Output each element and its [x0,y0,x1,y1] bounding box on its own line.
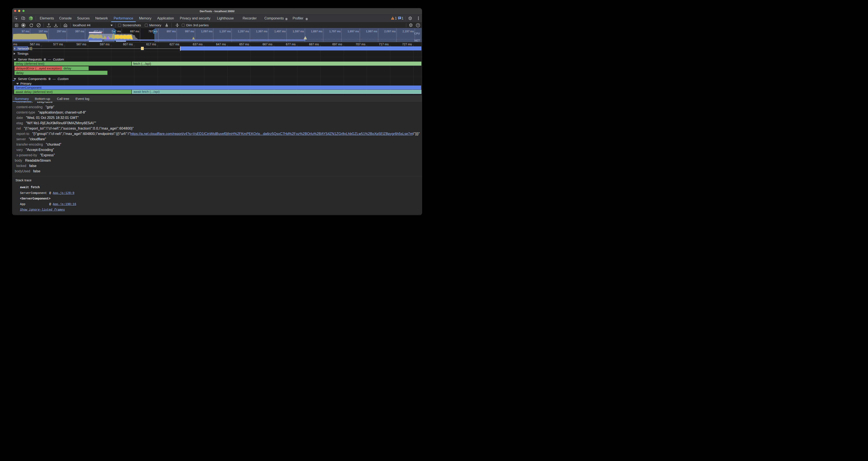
svg-text:697 ms: 697 ms [130,30,139,33]
svg-text:NET: NET [414,39,420,42]
svg-text:1,497 ms: 1,497 ms [274,30,286,33]
svg-text:1,897 ms: 1,897 ms [347,30,359,33]
svg-text:497 ms: 497 ms [94,30,103,33]
svg-text:2,097 ms: 2,097 ms [384,30,396,33]
svg-text:97 ms: 97 ms [22,30,29,33]
svg-text:?: ? [417,24,418,27]
svg-text:297 ms: 297 ms [57,30,66,33]
svg-text:1,097 ms: 1,097 ms [201,30,213,33]
svg-text:1,297 ms: 1,297 ms [238,30,249,33]
svg-text:397 ms: 397 ms [75,30,84,33]
svg-text:1,197 ms: 1,197 ms [219,30,231,33]
svg-text:897 ms: 897 ms [167,30,176,33]
svg-text:1,697 ms: 1,697 ms [311,30,322,33]
svg-text:CPU: CPU [414,32,420,35]
svg-text:197 ms: 197 ms [38,30,48,33]
svg-text:1,397 ms: 1,397 ms [256,30,268,33]
svg-text:1,797 ms: 1,797 ms [329,30,341,33]
svg-text:1,597 ms: 1,597 ms [292,30,304,33]
svg-text:997 ms: 997 ms [185,30,194,33]
svg-text:2,197 ms: 2,197 ms [403,30,414,33]
svg-text:1,997 ms: 1,997 ms [366,30,377,33]
